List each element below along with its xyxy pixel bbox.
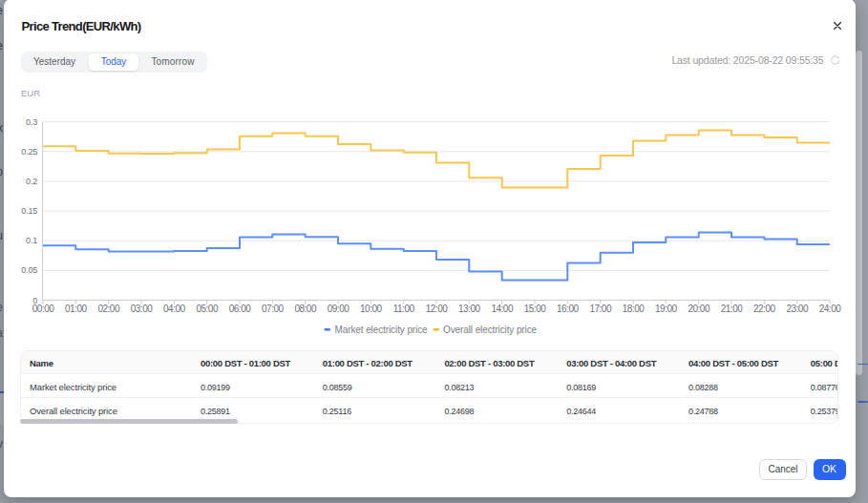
- svg-text:21:00: 21:00: [721, 304, 743, 314]
- svg-text:20:00: 20:00: [688, 304, 709, 314]
- svg-text:0.25: 0.25: [21, 147, 37, 157]
- svg-text:Overall electricity price: Overall electricity price: [443, 325, 538, 335]
- svg-text:Market electricity price: Market electricity price: [335, 325, 429, 335]
- svg-text:0.1: 0.1: [26, 236, 37, 245]
- svg-text:06:00: 06:00: [229, 304, 251, 314]
- svg-text:10:00: 10:00: [360, 304, 382, 314]
- svg-text:22:00: 22:00: [753, 304, 775, 314]
- svg-text:11:00: 11:00: [393, 304, 415, 314]
- svg-text:0.15: 0.15: [21, 206, 37, 216]
- svg-text:0.05: 0.05: [21, 265, 37, 275]
- svg-text:12:00: 12:00: [426, 304, 448, 314]
- svg-text:03:00: 03:00: [131, 304, 153, 314]
- svg-text:EUR: EUR: [21, 88, 40, 98]
- svg-text:14:00: 14:00: [491, 304, 513, 314]
- svg-text:18:00: 18:00: [623, 304, 645, 314]
- svg-text:0.2: 0.2: [26, 177, 37, 186]
- svg-text:07:00: 07:00: [262, 304, 284, 314]
- svg-text:19:00: 19:00: [655, 304, 677, 314]
- svg-text:23:00: 23:00: [786, 304, 808, 314]
- svg-text:15:00: 15:00: [524, 304, 546, 314]
- svg-text:05:00: 05:00: [196, 304, 218, 314]
- svg-text:13:00: 13:00: [458, 304, 480, 314]
- svg-text:02:00: 02:00: [97, 304, 119, 314]
- svg-text:00:00: 00:00: [32, 304, 54, 314]
- svg-text:24:00: 24:00: [819, 304, 841, 314]
- svg-text:09:00: 09:00: [328, 304, 349, 314]
- svg-text:08:00: 08:00: [294, 304, 316, 314]
- svg-text:04:00: 04:00: [163, 304, 185, 314]
- svg-text:0.3: 0.3: [26, 117, 37, 127]
- svg-text:16:00: 16:00: [557, 304, 579, 314]
- svg-text:01:00: 01:00: [65, 304, 87, 314]
- svg-text:17:00: 17:00: [589, 304, 611, 314]
